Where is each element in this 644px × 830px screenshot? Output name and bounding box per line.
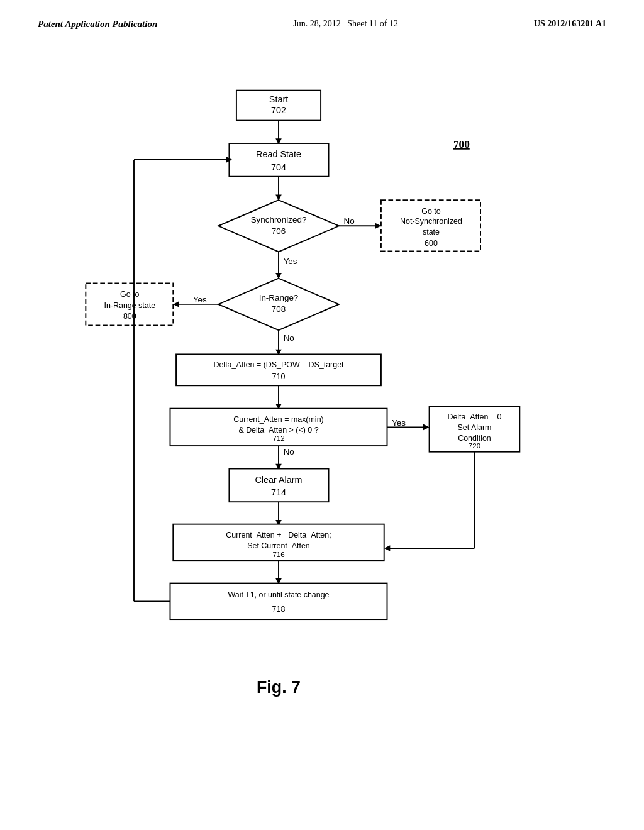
svg-text:Yes: Yes	[193, 295, 207, 304]
delta-atten-box	[176, 354, 381, 385]
diagram-container: 700 Start 702 Read State 704 Synchronize…	[0, 42, 644, 765]
svg-text:Delta_Atten = (DS_POW – DS_tar: Delta_Atten = (DS_POW – DS_target	[213, 360, 344, 369]
header-left: Patent Application Publication	[38, 19, 157, 30]
svg-text:710: 710	[272, 372, 286, 381]
svg-text:Start: Start	[269, 94, 288, 104]
svg-text:state: state	[423, 228, 440, 236]
wait-box	[170, 584, 387, 620]
svg-marker-24	[173, 301, 179, 307]
svg-text:Set Current_Atten: Set Current_Atten	[247, 541, 310, 550]
svg-text:& Delta_Atten > (<) 0 ?: & Delta_Atten > (<) 0 ?	[238, 426, 318, 434]
ref-700: 700	[453, 138, 470, 150]
svg-text:708: 708	[272, 304, 286, 314]
svg-text:600: 600	[425, 239, 438, 248]
flowchart-svg: 700 Start 702 Read State 704 Synchronize…	[0, 42, 644, 765]
svg-text:Go to: Go to	[120, 290, 140, 299]
svg-text:720: 720	[469, 442, 480, 450]
svg-text:704: 704	[271, 162, 286, 172]
svg-text:Not-Synchronized: Not-Synchronized	[400, 217, 462, 226]
svg-text:No: No	[284, 447, 294, 456]
svg-text:714: 714	[271, 487, 286, 497]
page-header: Patent Application Publication Jun. 28, …	[0, 0, 644, 36]
svg-text:Set Alarm: Set Alarm	[457, 423, 491, 432]
svg-text:702: 702	[271, 105, 286, 115]
svg-text:In-Range?: In-Range?	[259, 293, 299, 302]
svg-text:Clear Alarm: Clear Alarm	[255, 475, 302, 485]
svg-marker-40	[423, 424, 430, 431]
svg-text:718: 718	[272, 605, 286, 614]
svg-text:Synchronized?: Synchronized?	[251, 215, 307, 224]
svg-text:Yes: Yes	[392, 418, 406, 428]
header-center: Jun. 28, 2012 Sheet 11 of 12	[293, 19, 398, 29]
svg-marker-47	[384, 545, 391, 551]
svg-text:Read State: Read State	[256, 149, 301, 159]
svg-text:706: 706	[272, 226, 286, 236]
svg-text:No: No	[343, 216, 354, 226]
svg-text:Delta_Atten = 0: Delta_Atten = 0	[447, 412, 501, 421]
svg-text:Wait T1, or until state change: Wait T1, or until state change	[228, 590, 329, 599]
svg-text:No: No	[284, 333, 294, 343]
svg-text:712: 712	[272, 434, 284, 442]
svg-marker-12	[375, 223, 381, 230]
svg-text:Current_Atten = max(min): Current_Atten = max(min)	[233, 415, 323, 424]
figure-label: Fig. 7	[257, 678, 301, 697]
svg-text:In-Range state: In-Range state	[104, 301, 155, 310]
svg-text:Yes: Yes	[284, 257, 297, 266]
header-right: US 2012/163201 A1	[534, 19, 606, 29]
svg-text:Go to: Go to	[421, 207, 441, 216]
svg-text:716: 716	[272, 551, 284, 558]
svg-text:Current_Atten += Delta_Atten;: Current_Atten += Delta_Atten;	[226, 531, 331, 540]
